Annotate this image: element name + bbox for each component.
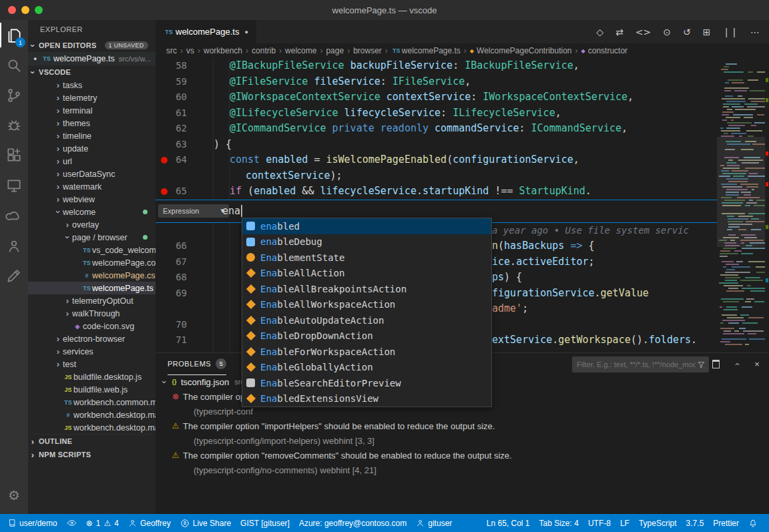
open-editors-header[interactable]: › OPEN EDITORS 1 UNSAVED (28, 39, 156, 52)
tree-item[interactable]: ›themes (28, 117, 156, 129)
status-user[interactable]: Geoffrey (123, 514, 176, 532)
breakpoint-condition-input[interactable]: ena (222, 200, 242, 222)
tree-item[interactable]: ›webview (28, 193, 156, 206)
suggestion-item[interactable]: EnableGloballyAction (242, 360, 491, 376)
activity-live-share-icon[interactable] (0, 230, 28, 260)
tree-item[interactable]: JSbuildfile.desktop.js (28, 370, 156, 383)
tree-item[interactable]: ›welcome (28, 206, 156, 218)
suggestion-item[interactable]: EnableAllWorkspaceAction (242, 297, 491, 313)
suggestion-item[interactable]: EnableDropDownAction (242, 328, 491, 344)
maximize-panel-icon[interactable]: › (731, 358, 742, 369)
tree-item[interactable]: #workbench.desktop.main... (28, 409, 156, 421)
close-panel-icon[interactable]: × (752, 358, 762, 369)
suggestion-item[interactable]: EnablementState (242, 250, 491, 266)
suggestion-item[interactable]: enabled (242, 218, 491, 234)
tree-item[interactable]: TSworkbench.common.mai... (28, 396, 156, 409)
activity-debug-icon[interactable] (0, 110, 28, 140)
status-cursor-position[interactable]: Ln 65, Col 1 (482, 514, 535, 532)
tree-item[interactable]: TSwelcomePage.ts (28, 282, 156, 294)
tab-welcomepage-ts[interactable]: TS welcomePage.ts ● (156, 20, 256, 43)
breadcrumb-item[interactable]: workbench (204, 46, 242, 55)
tree-item[interactable]: JSbuildfile.web.js (28, 383, 156, 396)
tree-item[interactable]: ›terminal (28, 104, 156, 117)
tree-item[interactable]: TSvs_code_welcome_pa... (28, 244, 156, 256)
problems-filter-input[interactable] (575, 360, 697, 369)
outline-header[interactable]: › OUTLINE (28, 434, 156, 448)
tree-item[interactable]: ›overlay (28, 218, 156, 231)
settings-gear-icon[interactable]: ⚙ (0, 480, 28, 510)
breakpoint-icon[interactable] (161, 188, 168, 195)
compare-icon[interactable]: ⇄ (615, 27, 623, 37)
tree-item[interactable]: ›watermark (28, 180, 156, 193)
activity-search-icon[interactable] (0, 50, 28, 80)
breadcrumb-symbol[interactable]: WelcomePageContribution (477, 46, 572, 55)
breakpoint-condition-dropdown[interactable]: Expression ▾ (158, 204, 229, 218)
status-tab-size[interactable]: Tab Size: 4 (535, 514, 583, 532)
activity-source-control-icon[interactable] (0, 80, 28, 110)
breadcrumb-file[interactable]: welcomePage.ts (402, 46, 461, 55)
breakpoint-icon[interactable] (161, 157, 168, 164)
tree-item[interactable]: ›walkThrough (28, 307, 156, 320)
breadcrumb-item[interactable]: vs (186, 46, 194, 55)
modified-dot-icon[interactable]: ● (244, 29, 248, 35)
status-formatter[interactable]: Prettier (708, 514, 744, 532)
status-repo[interactable]: user/demo (3, 514, 62, 532)
tree-item[interactable]: #welcomePage.css2 (28, 269, 156, 282)
tree-item[interactable]: ›tasks (28, 79, 156, 91)
activity-azure-icon[interactable] (0, 200, 28, 230)
split-editor-icon[interactable]: ❘❘ (723, 27, 738, 37)
problem-item[interactable]: ⚠The compiler option "removeComments" sh… (156, 448, 769, 477)
zoom-window-button[interactable] (35, 6, 43, 14)
breadcrumb-symbol[interactable]: constructor (588, 46, 627, 55)
folder-root-header[interactable]: › VSCODE (28, 65, 156, 79)
status-language[interactable]: TypeScript (634, 514, 682, 532)
activity-remote-explorer-icon[interactable] (0, 170, 28, 200)
status-live-share[interactable]: Live Share (176, 514, 236, 532)
overview-ruler[interactable] (765, 58, 769, 352)
status-account[interactable]: gituser (411, 514, 457, 532)
status-problems[interactable]: ⊗ 1 ⚠ 4 (81, 514, 123, 532)
tree-item[interactable]: ›url (28, 155, 156, 168)
tree-item[interactable]: ›services (28, 345, 156, 358)
layout-icon[interactable]: ⊞ (703, 27, 711, 37)
tree-item[interactable]: ›telemetry (28, 91, 156, 104)
run-icon[interactable]: ⊙ (663, 27, 671, 37)
minimap[interactable] (717, 58, 765, 352)
status-azure[interactable]: Azure: geoffrey@contoso.com (294, 514, 411, 532)
status-ts-version[interactable]: 3.7.5 (682, 514, 709, 532)
status-gist[interactable]: GIST [gituser] (236, 514, 294, 532)
minimize-window-button[interactable] (21, 6, 29, 14)
tree-item[interactable]: ›test (28, 358, 156, 370)
more-actions-icon[interactable]: ⋯ (750, 27, 760, 37)
breadcrumb-item[interactable]: welcome (285, 46, 316, 55)
suggestion-item[interactable]: EnableAutoUpdateAction (242, 312, 491, 328)
tree-item[interactable]: ›electron-browser (28, 332, 156, 345)
filter-funnel-icon[interactable] (697, 360, 706, 369)
tree-item[interactable]: ›update (28, 142, 156, 155)
suggestion-item[interactable]: enableDebug (242, 234, 491, 250)
activity-extensions-icon[interactable] (0, 140, 28, 170)
tree-item[interactable]: JSworkbench.desktop.main... (28, 421, 156, 434)
panel-layout-icon[interactable] (710, 358, 721, 369)
open-editor-item[interactable]: ● TS welcomePage.ts src/vs/w... (28, 52, 156, 65)
open-changes-icon[interactable]: ◇ (596, 27, 603, 37)
breadcrumb-item[interactable]: page (326, 46, 344, 55)
suggestion-item[interactable]: EnabledExtensionsView (242, 391, 491, 407)
tab-problems[interactable]: PROBLEMS 5 (168, 353, 226, 375)
status-encoding[interactable]: UTF-8 (583, 514, 615, 532)
problem-item[interactable]: ⚠The compiler option "importHelpers" sho… (156, 419, 769, 448)
tree-item[interactable]: ›telemetryOptOut (28, 294, 156, 307)
breadcrumb-item[interactable]: contrib (252, 46, 276, 55)
suggestion-item[interactable]: EnableSearchEditorPreview (242, 375, 491, 391)
suggestion-item[interactable]: EnableForWorkspaceAction (242, 344, 491, 360)
status-screencast[interactable] (62, 514, 81, 532)
breadcrumb-item[interactable]: src (166, 46, 177, 55)
breadcrumb-item[interactable]: browser (353, 46, 382, 55)
tree-item[interactable]: ›page / browser (28, 231, 156, 244)
npm-scripts-header[interactable]: › NPM SCRIPTS (28, 448, 156, 461)
activity-custom-tool-icon[interactable] (0, 260, 28, 290)
status-notifications[interactable] (744, 514, 762, 532)
close-window-button[interactable] (8, 6, 16, 14)
tree-item[interactable]: ◈code-icon.svg (28, 320, 156, 332)
minimap-slider[interactable] (717, 137, 765, 247)
